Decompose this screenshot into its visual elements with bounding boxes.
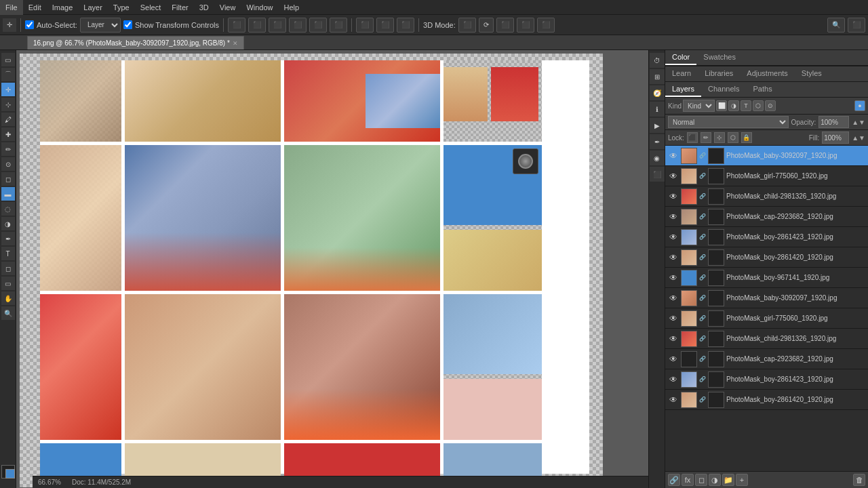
align-top-btn[interactable]: ⬛ <box>289 18 307 33</box>
tab-layers[interactable]: Layers <box>665 82 701 97</box>
paths-btn-side[interactable]: ✒ <box>650 134 665 149</box>
align-bottom-btn[interactable]: ⬛ <box>330 18 347 33</box>
move-tool-icon[interactable]: ✛ <box>3 18 16 32</box>
layers-list[interactable]: 👁 🔗 PhotoMask_baby-3092097_1920.jpg 👁 🔗 … <box>665 146 868 471</box>
select-tool[interactable]: ▭ <box>1 53 15 66</box>
hand-tool[interactable]: ✋ <box>1 291 15 305</box>
channels-btn-side[interactable]: ◉ <box>650 150 665 165</box>
filter-adj-icon[interactable]: ◑ <box>728 100 739 111</box>
type-tool[interactable]: T <box>1 247 15 260</box>
layer-2-eye[interactable]: 👁 <box>668 191 679 202</box>
eraser-tool[interactable]: ◻ <box>1 172 15 186</box>
align-center-btn[interactable]: ⬛ <box>248 18 266 33</box>
blur-tool[interactable]: ◌ <box>1 202 15 216</box>
tab-learn[interactable]: Learn <box>665 66 698 81</box>
align-right-btn[interactable]: ⬛ <box>269 18 286 33</box>
menu-select[interactable]: Select <box>135 0 167 15</box>
auto-select-checkbox[interactable] <box>25 20 34 29</box>
lock-transparent-btn[interactable]: ⬛ <box>687 132 698 143</box>
layer-9-eye[interactable]: 👁 <box>668 333 679 344</box>
menu-edit[interactable]: Edit <box>23 0 47 15</box>
layer-row-11[interactable]: 👁 🔗 PhotoMask_boy-2861423_1920.jpg <box>665 369 868 390</box>
lock-all-btn[interactable]: 🔒 <box>741 132 752 143</box>
menu-window[interactable]: Window <box>241 0 278 15</box>
dodge-tool[interactable]: ◑ <box>1 217 15 230</box>
layer-row-1[interactable]: 👁 🔗 PhotoMask_girl-775060_1920.jpg <box>665 166 868 186</box>
info-btn[interactable]: ℹ <box>650 102 665 117</box>
fill-input[interactable]: 100% <box>822 131 849 144</box>
layer-3-eye[interactable]: 👁 <box>668 211 679 222</box>
shape-tool[interactable]: ▭ <box>1 277 15 290</box>
crop-tool[interactable]: ⊹ <box>1 98 15 111</box>
auto-select-dropdown[interactable]: Layer <box>80 18 121 33</box>
lock-image-btn[interactable]: ✏ <box>701 132 711 143</box>
layer-row-0[interactable]: 👁 🔗 PhotoMask_baby-3092097_1920.jpg <box>665 146 868 166</box>
filter-type-icon[interactable]: T <box>741 100 751 111</box>
properties-btn[interactable]: ⊞ <box>650 69 665 84</box>
actions-btn[interactable]: ▶ <box>650 118 665 133</box>
show-transform-checkbox[interactable] <box>123 20 132 29</box>
lock-position-btn[interactable]: ⊹ <box>714 132 725 143</box>
layers-btn-side[interactable]: ⬛ <box>650 167 665 182</box>
menu-view[interactable]: View <box>214 0 241 15</box>
layer-row-4[interactable]: 👁 🔗 PhotoMask_boy-2861423_1920.jpg <box>665 227 868 247</box>
layer-group-btn[interactable]: 📁 <box>722 474 734 486</box>
menu-3d[interactable]: 3D <box>194 0 214 15</box>
lock-artboard-btn[interactable]: ⬡ <box>728 132 738 143</box>
move-tool[interactable]: ✛ <box>1 83 15 96</box>
layer-row-9[interactable]: 👁 🔗 PhotoMask_child-2981326_1920.jpg <box>665 329 868 349</box>
menu-filter[interactable]: Filter <box>166 0 193 15</box>
layer-8-eye[interactable]: 👁 <box>668 313 679 324</box>
tab-paths[interactable]: Paths <box>747 82 779 97</box>
tab-channels[interactable]: Channels <box>701 82 746 97</box>
layer-0-eye[interactable]: 👁 <box>668 150 679 161</box>
tab-close-btn[interactable]: ✕ <box>233 40 238 47</box>
tab-adjustments[interactable]: Adjustments <box>740 66 795 81</box>
opacity-input[interactable]: 100% <box>818 116 849 128</box>
layer-row-5[interactable]: 👁 🔗 PhotoMask_boy-2861420_1920.jpg <box>665 247 868 268</box>
3d-obj-btn[interactable]: ⬛ <box>496 18 514 33</box>
blend-mode-dropdown[interactable]: Normal <box>668 116 789 128</box>
workspace-btn[interactable]: ⬛ <box>848 18 865 33</box>
menu-file[interactable]: File <box>0 0 23 15</box>
layer-row-8[interactable]: 👁 🔗 PhotoMask_girl-775060_1920.jpg <box>665 308 868 329</box>
canvas-area[interactable] <box>16 50 648 488</box>
layer-delete-btn[interactable]: 🗑 <box>853 474 865 486</box>
layer-row-6[interactable]: 👁 🔗 PhotoMask_boy-967141_1920.jpg <box>665 268 868 288</box>
dist-h-btn[interactable]: ⬛ <box>356 18 374 33</box>
layer-adj-btn[interactable]: ◑ <box>709 474 721 486</box>
gradient-tool[interactable]: ▬ <box>1 187 15 201</box>
layer-7-eye[interactable]: 👁 <box>668 293 679 304</box>
layer-11-eye[interactable]: 👁 <box>668 374 679 385</box>
brush-tool[interactable]: ✏ <box>1 142 15 156</box>
filter-shape-icon[interactable]: ⬡ <box>753 100 764 111</box>
eyedropper-tool[interactable]: 🖍 <box>1 113 15 126</box>
zoom-tool[interactable]: 🔍 <box>1 306 15 320</box>
layer-new-btn[interactable]: + <box>736 474 748 486</box>
search-btn[interactable]: 🔍 <box>827 18 845 33</box>
layer-row-12[interactable]: 👁 🔗 PhotoMask_boy-2861420_1920.jpg <box>665 390 868 410</box>
pen-tool[interactable]: ✒ <box>1 232 15 245</box>
path-tool[interactable]: ◻ <box>1 262 15 275</box>
healing-tool[interactable]: ✚ <box>1 127 15 141</box>
floating-popup[interactable] <box>513 148 538 174</box>
layer-10-eye[interactable]: 👁 <box>668 354 679 365</box>
layer-5-eye[interactable]: 👁 <box>668 252 679 263</box>
clone-tool[interactable]: ⊙ <box>1 157 15 171</box>
lasso-tool[interactable]: ⌒ <box>1 68 15 81</box>
tab-styles[interactable]: Styles <box>795 66 829 81</box>
layer-style-btn[interactable]: fx <box>682 474 694 486</box>
foreground-color[interactable] <box>1 465 15 479</box>
tab-color[interactable]: Color <box>665 50 696 65</box>
align-middle-btn[interactable]: ⬛ <box>309 18 327 33</box>
align-left-btn[interactable]: ⬛ <box>228 18 245 33</box>
filter-kind-dropdown[interactable]: Kind <box>683 100 715 112</box>
3d-mode-btn[interactable]: ⬛ <box>458 18 476 33</box>
layer-12-eye[interactable]: 👁 <box>668 394 679 405</box>
layer-row-7[interactable]: 👁 🔗 PhotoMask_baby-3092097_1920.jpg <box>665 288 868 308</box>
layer-row-10[interactable]: 👁 🔗 PhotoMask_cap-2923682_1920.jpg <box>665 349 868 369</box>
background-color[interactable] <box>5 469 15 479</box>
dist-v-btn[interactable]: ⬛ <box>376 18 394 33</box>
3d-rotate-btn[interactable]: ⟳ <box>479 18 494 33</box>
menu-type[interactable]: Type <box>108 0 135 15</box>
